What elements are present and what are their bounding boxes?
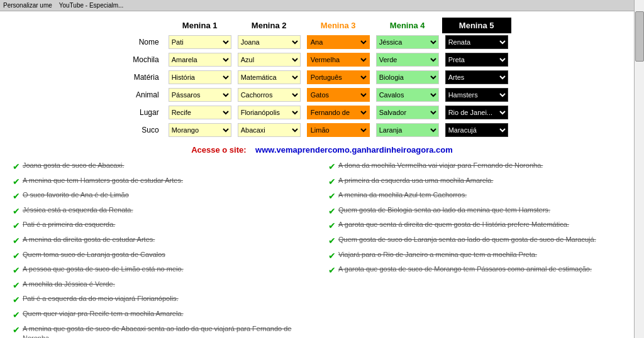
select-3-2[interactable]: Gatos — [307, 88, 370, 102]
clues-section: ✔Joana gosta de suco de Abacaxi.✔A menin… — [9, 161, 635, 338]
clue-left-11: ✔A menina que gosta de suco de Abacaxi s… — [13, 324, 316, 338]
clue-left-text-0: Joana gosta de suco de Abacaxi. — [23, 161, 124, 170]
select-0-0[interactable]: Pati — [169, 35, 231, 49]
cell-5-0: Morango — [165, 121, 235, 139]
cell-3-3: Cavalos — [373, 86, 442, 104]
clue-left-text-6: Quem toma suco de Laranja gosta de Caval… — [23, 250, 165, 259]
cell-0-3: Jéssica — [373, 33, 442, 51]
clue-right-text-3: Quem gosta de Biologia senta ao lado da … — [338, 205, 550, 215]
cell-3-2: Gatos — [304, 86, 373, 104]
checkmark-left-3: ✔ — [13, 205, 20, 218]
cell-5-3: Laranja — [373, 121, 442, 139]
clue-right-6: ✔Viajará para o Rio de Janeiro a menina … — [328, 250, 631, 263]
select-1-1[interactable]: Azul — [238, 53, 301, 67]
select-3-0[interactable]: Pássaros — [169, 88, 231, 102]
cell-3-0: Pássaros — [165, 86, 235, 104]
checkmark-right-0: ✔ — [328, 161, 336, 173]
col-header-menina4: Menina 4 — [373, 18, 442, 33]
clue-left-text-4: Pati é a primeira da esquerda. — [23, 220, 115, 229]
checkmark-left-1: ✔ — [13, 176, 20, 188]
cell-5-4: Maracujá — [442, 121, 511, 139]
select-2-2[interactable]: Português — [307, 70, 370, 84]
cell-4-0: Recife — [165, 104, 235, 121]
select-1-3[interactable]: Verde — [376, 53, 439, 67]
select-5-0[interactable]: Morango — [169, 123, 231, 137]
checkmark-right-7: ✔ — [328, 264, 336, 277]
select-1-4[interactable]: Preta — [445, 53, 508, 67]
select-1-0[interactable]: Amarela — [169, 53, 231, 67]
select-5-4[interactable]: Maracujá — [445, 123, 508, 137]
select-0-1[interactable]: Joana — [238, 35, 301, 49]
checkmark-left-9: ✔ — [13, 294, 20, 307]
cell-1-1: Azul — [235, 51, 304, 68]
clue-left-text-7: A pessoa que gosta de suco de Limão está… — [23, 264, 184, 274]
select-3-3[interactable]: Cavalos — [376, 88, 439, 102]
select-2-1[interactable]: Matemática — [238, 70, 301, 84]
cell-2-4: Artes — [442, 68, 511, 86]
checkmark-left-7: ✔ — [13, 264, 20, 277]
checkmark-left-2: ✔ — [13, 190, 20, 203]
select-5-3[interactable]: Laranja — [376, 123, 439, 137]
cell-3-1: Cachorros — [235, 86, 304, 104]
select-0-3[interactable]: Jéssica — [376, 35, 439, 49]
cell-2-2: Português — [304, 68, 373, 86]
select-3-1[interactable]: Cachorros — [238, 88, 301, 102]
select-4-3[interactable]: Salvador — [376, 106, 439, 119]
checkmark-left-0: ✔ — [13, 161, 20, 173]
cell-1-3: Verde — [373, 51, 442, 68]
scrollbar[interactable] — [634, 0, 644, 338]
checkmark-left-10: ✔ — [13, 309, 20, 322]
row-label-1: Mochila — [133, 51, 165, 68]
checkmark-right-4: ✔ — [328, 220, 336, 232]
col-header-menina2: Menina 2 — [235, 18, 304, 33]
select-4-0[interactable]: Recife — [169, 106, 231, 119]
clue-left-text-2: O suco favorito de Ana é de Limão — [23, 190, 129, 200]
select-4-4[interactable]: Rio de Janei... — [445, 106, 508, 119]
clue-left-4: ✔Pati é a primeira da esquerda. — [13, 220, 316, 232]
select-4-1[interactable]: Florianópolis — [238, 106, 301, 119]
cell-3-4: Hamsters — [442, 86, 511, 104]
clue-right-5: ✔Quem gosta de suco do Laranja senta ao … — [328, 235, 631, 248]
website-link: Acesse o site: www.vemaprendercomo.ganha… — [9, 145, 635, 155]
clue-right-text-0: A dona da mochila Vermelha vai viajar pa… — [338, 161, 543, 170]
clue-left-6: ✔Quem toma suco de Laranja gosta de Cava… — [13, 250, 316, 263]
clue-right-text-6: Viajará para o Rio de Janeiro a menina q… — [338, 250, 537, 259]
cell-4-1: Florianópolis — [235, 104, 304, 121]
select-1-2[interactable]: Vermelha — [307, 53, 370, 67]
puzzle-table: Menina 1 Menina 2 Menina 3 Menina 4 Meni… — [133, 18, 511, 139]
clue-left-text-3: Jéssica está a esquerda da Renata. — [23, 205, 133, 215]
select-3-4[interactable]: Hamsters — [445, 88, 508, 102]
cell-5-1: Abacaxi — [235, 121, 304, 139]
cell-4-2: Fernando de — [304, 104, 373, 121]
checkmark-left-4: ✔ — [13, 220, 20, 232]
select-4-2[interactable]: Fernando de — [307, 106, 370, 119]
select-2-0[interactable]: História — [169, 70, 231, 84]
select-0-4[interactable]: Renata — [445, 35, 508, 49]
clue-left-text-1: A menina que tem Hamsters gosta de estud… — [23, 176, 183, 185]
clue-left-text-9: Pati é a esquerda da do meio viajará Flo… — [23, 294, 179, 303]
select-2-3[interactable]: Biologia — [376, 70, 439, 84]
select-0-2[interactable]: Ana — [307, 35, 370, 49]
clue-right-text-5: Quem gosta de suco do Laranja senta ao l… — [338, 235, 596, 244]
scrollbar-thumb[interactable] — [635, 11, 644, 62]
cell-0-4: Renata — [442, 33, 511, 51]
row-label-3: Animal — [133, 86, 165, 104]
cell-4-4: Rio de Janei... — [442, 104, 511, 121]
clue-left-8: ✔A mochila da Jéssica é Verde. — [13, 280, 316, 292]
clue-left-9: ✔Pati é a esquerda da do meio viajará Fl… — [13, 294, 316, 307]
checkmark-right-3: ✔ — [328, 205, 336, 218]
clue-left-text-8: A mochila da Jéssica é Verde. — [23, 280, 115, 289]
website-label: Acesse o site: — [191, 145, 246, 155]
select-2-4[interactable]: Artes — [445, 70, 508, 84]
checkmark-left-6: ✔ — [13, 250, 20, 263]
clue-left-10: ✔Quem quer viajar pra Recife tem a mochi… — [13, 309, 316, 322]
clues-left: ✔Joana gosta de suco de Abacaxi.✔A menin… — [13, 161, 316, 338]
cell-4-3: Salvador — [373, 104, 442, 121]
select-5-1[interactable]: Abacaxi — [238, 123, 301, 137]
clue-left-0: ✔Joana gosta de suco de Abacaxi. — [13, 161, 316, 173]
checkmark-right-5: ✔ — [328, 235, 336, 248]
clue-right-0: ✔A dona da mochila Vermelha vai viajar p… — [328, 161, 631, 173]
cell-2-1: Matemática — [235, 68, 304, 86]
cell-1-0: Amarela — [165, 51, 235, 68]
select-5-2[interactable]: Limão — [307, 123, 370, 137]
